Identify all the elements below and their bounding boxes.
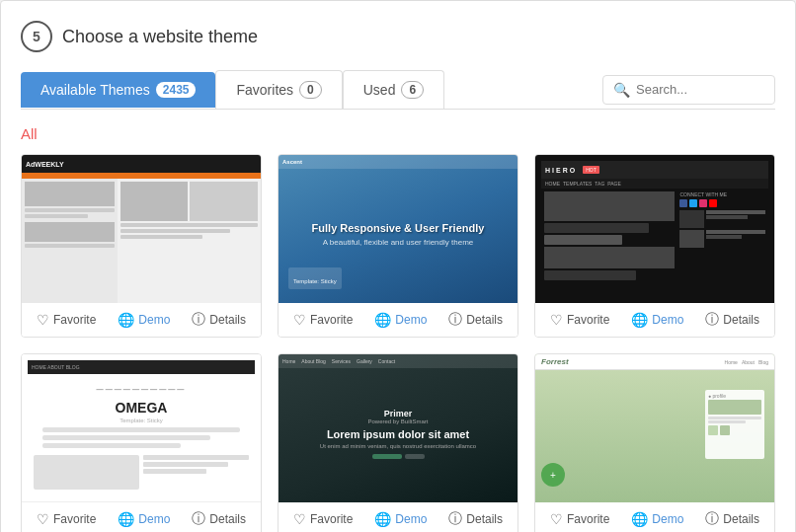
globe-icon: 🌐	[118, 312, 134, 328]
search-box: 🔍	[602, 75, 775, 105]
info-icon: ⓘ	[192, 311, 205, 329]
theme-actions-omega: ♡ Favorite 🌐 Demo ⓘ Details	[22, 502, 261, 532]
demo-label: Demo	[395, 512, 427, 526]
theme-card-forest: Forrest Home About Blog ● profile	[534, 353, 775, 532]
details-label: Details	[723, 512, 759, 526]
step-indicator: 5	[21, 21, 52, 52]
demo-label: Demo	[652, 512, 683, 526]
heart-icon: ♡	[550, 511, 563, 527]
demo-btn-ascent[interactable]: 🌐 Demo	[374, 312, 427, 328]
demo-btn-primer[interactable]: 🌐 Demo	[374, 511, 427, 527]
demo-btn-hiero[interactable]: 🌐 Demo	[631, 312, 683, 328]
main-container: 5 Choose a website theme Available Theme…	[0, 0, 796, 532]
theme-preview-forest: Forrest Home About Blog ● profile	[535, 354, 774, 502]
step-number: 5	[33, 29, 40, 44]
theme-card-primer: Home About Blog Services Gallery Contact…	[278, 353, 518, 532]
details-btn-forest[interactable]: ⓘ Details	[705, 510, 759, 528]
favorite-label: Favorite	[567, 512, 609, 526]
page-header: 5 Choose a website theme	[21, 21, 775, 52]
info-icon: ⓘ	[705, 311, 719, 329]
theme-actions-hiero: ♡ Favorite 🌐 Demo ⓘ Details	[535, 303, 774, 337]
primer-tagline: Lorem ipsum dolor sit amet	[327, 428, 469, 440]
favorite-btn-omega[interactable]: ♡ Favorite	[37, 511, 96, 527]
theme-actions-primer: ♡ Favorite 🌐 Demo ⓘ Details	[279, 502, 517, 532]
theme-actions-forest: ♡ Favorite 🌐 Demo ⓘ Details	[535, 502, 774, 532]
tab-used-count: 6	[401, 81, 424, 99]
tab-favorites-label: Favorites	[236, 82, 293, 98]
details-label: Details	[209, 313, 246, 327]
tab-available-count: 2435	[156, 82, 197, 98]
globe-icon: 🌐	[374, 511, 391, 527]
info-icon: ⓘ	[192, 510, 205, 528]
demo-label: Demo	[652, 313, 683, 327]
favorite-btn-hiero[interactable]: ♡ Favorite	[550, 312, 609, 328]
heart-icon: ♡	[37, 312, 49, 328]
demo-btn-omega[interactable]: 🌐 Demo	[118, 511, 170, 527]
details-label: Details	[466, 313, 503, 327]
tabs-bar: Available Themes 2435 Favorites 0 Used 6…	[21, 70, 775, 110]
details-btn-hiero[interactable]: ⓘ Details	[705, 311, 759, 329]
ascent-tagline: Fully Responsive & User Friendly	[312, 222, 485, 234]
search-input[interactable]	[636, 82, 764, 97]
favorite-label: Favorite	[53, 512, 96, 526]
demo-label: Demo	[138, 313, 170, 327]
heart-icon: ♡	[37, 511, 49, 527]
theme-preview-omega: HOME ABOUT BLOG ────────── OMEGA Templat…	[22, 354, 261, 502]
favorite-label: Favorite	[310, 512, 353, 526]
search-icon: 🔍	[613, 82, 630, 98]
tab-used-label: Used	[363, 82, 396, 98]
theme-actions-weekly: ♡ Favorite 🌐 Demo ⓘ Details	[22, 303, 261, 337]
theme-card-ascent: Ascent Fully Responsive & User Friendly …	[278, 154, 518, 338]
theme-preview-hiero: HIERO HOT HOME TEMPLATES TAG PAGE	[535, 155, 774, 303]
heart-icon: ♡	[550, 312, 563, 328]
ascent-sub: A beautiful, flexible and user friendly …	[312, 238, 485, 247]
globe-icon: 🌐	[118, 511, 134, 527]
tab-available[interactable]: Available Themes 2435	[21, 72, 215, 108]
details-label: Details	[209, 512, 246, 526]
theme-preview-primer: Home About Blog Services Gallery Contact…	[279, 354, 517, 502]
info-icon: ⓘ	[448, 311, 462, 329]
theme-preview-ascent: Ascent Fully Responsive & User Friendly …	[279, 155, 517, 303]
globe-icon: 🌐	[631, 511, 648, 527]
globe-icon: 🌐	[374, 312, 391, 328]
demo-btn-weekly[interactable]: 🌐 Demo	[118, 312, 170, 328]
theme-actions-ascent: ♡ Favorite 🌐 Demo ⓘ Details	[279, 303, 517, 337]
details-btn-omega[interactable]: ⓘ Details	[192, 510, 246, 528]
favorite-btn-forest[interactable]: ♡ Favorite	[550, 511, 609, 527]
favorite-label: Favorite	[53, 313, 96, 327]
details-label: Details	[466, 512, 503, 526]
favorite-btn-weekly[interactable]: ♡ Favorite	[37, 312, 96, 328]
theme-preview-weekly: AdWEEKLY	[22, 155, 261, 303]
info-icon: ⓘ	[705, 510, 719, 528]
heart-icon: ♡	[293, 312, 306, 328]
tab-used[interactable]: Used 6	[343, 70, 444, 109]
demo-label: Demo	[138, 512, 170, 526]
favorite-btn-primer[interactable]: ♡ Favorite	[293, 511, 353, 527]
details-btn-ascent[interactable]: ⓘ Details	[448, 311, 503, 329]
favorite-btn-ascent[interactable]: ♡ Favorite	[293, 312, 353, 328]
ascent-nav: Ascent	[279, 155, 517, 169]
theme-card-weekly: AdWEEKLY	[21, 154, 262, 338]
section-label: All	[21, 125, 775, 142]
tab-favorites-count: 0	[299, 81, 322, 99]
tab-available-label: Available Themes	[40, 82, 150, 98]
theme-card-omega: HOME ABOUT BLOG ────────── OMEGA Templat…	[21, 353, 262, 532]
demo-label: Demo	[395, 313, 427, 327]
favorite-label: Favorite	[567, 313, 609, 327]
details-btn-primer[interactable]: ⓘ Details	[448, 510, 503, 528]
details-btn-weekly[interactable]: ⓘ Details	[192, 311, 246, 329]
info-icon: ⓘ	[448, 510, 462, 528]
details-label: Details	[723, 313, 759, 327]
globe-icon: 🌐	[631, 312, 648, 328]
heart-icon: ♡	[293, 511, 306, 527]
theme-card-hiero: HIERO HOT HOME TEMPLATES TAG PAGE	[534, 154, 775, 338]
page-title: Choose a website theme	[62, 27, 258, 47]
tab-favorites[interactable]: Favorites 0	[215, 70, 342, 109]
demo-btn-forest[interactable]: 🌐 Demo	[631, 511, 683, 527]
themes-grid: AdWEEKLY	[21, 154, 775, 532]
favorite-label: Favorite	[310, 313, 353, 327]
